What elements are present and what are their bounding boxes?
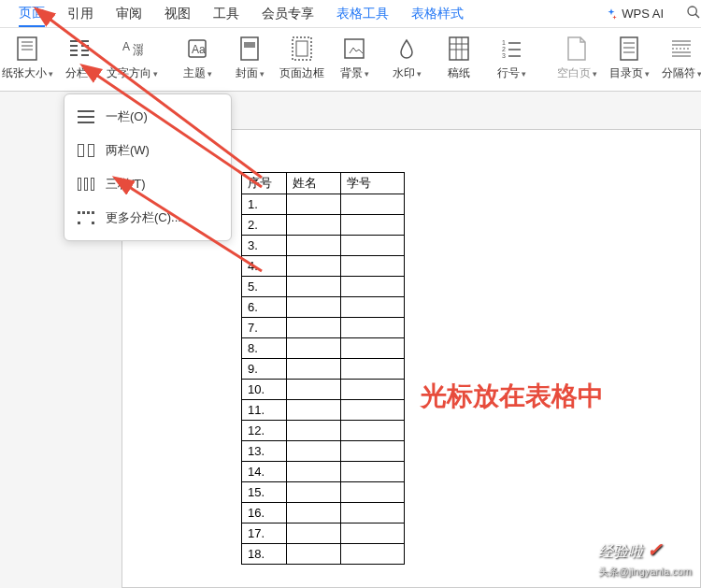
background-button[interactable]: 背景: [335, 34, 374, 81]
table-row[interactable]: 1.: [242, 194, 405, 215]
svg-rect-18: [241, 37, 258, 60]
table-row[interactable]: 3.: [242, 236, 405, 256]
tab-view[interactable]: 视图: [165, 2, 191, 26]
svg-text:A: A: [122, 40, 130, 53]
cover-button[interactable]: 封面: [230, 34, 269, 81]
ribbon-tabs: 页面 引用 审阅 视图 工具 会员专享 表格工具 表格样式 WPS AI: [0, 0, 701, 28]
wps-ai-button[interactable]: WPS AI: [605, 7, 664, 21]
table-row[interactable]: 2.: [242, 215, 405, 236]
columns-icon: [68, 34, 91, 64]
blank-page-button[interactable]: 空白页: [557, 34, 596, 81]
three-column-icon: [78, 178, 94, 191]
watermark-button[interactable]: 水印: [387, 34, 426, 81]
two-column-icon: [78, 144, 94, 157]
svg-point-0: [688, 7, 696, 15]
line-numbers-button[interactable]: 123 行号: [492, 34, 531, 81]
tab-member[interactable]: 会员专享: [262, 2, 314, 26]
table-row[interactable]: 7.: [242, 318, 405, 338]
tab-tools[interactable]: 工具: [213, 2, 239, 26]
tab-page[interactable]: 页面: [19, 1, 45, 27]
manuscript-button[interactable]: 稿纸: [439, 34, 479, 81]
menu-three-column[interactable]: 三栏(T): [64, 167, 231, 201]
svg-rect-21: [296, 41, 308, 56]
svg-rect-23: [450, 37, 468, 60]
toc-page-button[interactable]: 目录页: [609, 34, 649, 81]
col-id: 学号: [341, 173, 405, 194]
page-border-icon: [292, 34, 312, 64]
manuscript-icon: [449, 34, 469, 64]
menu-two-column[interactable]: 两栏(W): [64, 134, 231, 167]
columns-button[interactable]: 分栏: [60, 34, 99, 81]
table-row[interactable]: 5.: [242, 277, 405, 297]
theme-icon: Aa: [186, 34, 208, 64]
more-columns-icon: [78, 211, 94, 224]
table-header-row: 序号 姓名 学号: [242, 173, 405, 194]
cover-icon: [240, 34, 259, 64]
menu-more-columns[interactable]: 更多分栏(C)...: [64, 201, 231, 235]
table-row[interactable]: 8.: [242, 338, 405, 359]
separator-button[interactable]: 分隔符: [662, 34, 701, 81]
table-row[interactable]: 11.: [242, 400, 405, 421]
blank-page-icon: [567, 34, 586, 64]
table-row[interactable]: 14.: [242, 462, 405, 482]
table-row[interactable]: 9.: [242, 359, 405, 380]
table-row[interactable]: 13.: [242, 441, 405, 462]
one-column-icon: [78, 110, 94, 123]
separator-icon: [670, 34, 693, 64]
tab-table-style[interactable]: 表格样式: [411, 2, 464, 26]
theme-button[interactable]: Aa 主题: [178, 34, 217, 81]
table-row[interactable]: 10.: [242, 380, 405, 400]
paper-size-button[interactable]: 纸张大小: [7, 34, 47, 81]
data-table[interactable]: 序号 姓名 学号 1.2.3.4.5.6.7.8.9.10.11.12.13.1…: [241, 172, 405, 565]
annotation-text: 光标放在表格中: [421, 379, 604, 414]
svg-text:1: 1: [502, 39, 506, 46]
watermark-icon: [396, 34, 417, 64]
tab-review[interactable]: 审阅: [116, 2, 142, 26]
line-numbers-icon: 123: [501, 34, 522, 64]
table-row[interactable]: 12.: [242, 421, 405, 441]
svg-text:Aa: Aa: [192, 43, 206, 56]
ai-sparkle-icon: [605, 7, 618, 21]
menu-one-column[interactable]: 一栏(O): [64, 100, 231, 134]
tab-table-tools[interactable]: 表格工具: [336, 2, 389, 26]
svg-rect-2: [18, 37, 36, 60]
svg-rect-34: [621, 37, 637, 60]
svg-rect-19: [244, 42, 255, 48]
text-direction-button[interactable]: A灝 文字方向: [112, 34, 151, 81]
col-name: 姓名: [287, 173, 341, 194]
svg-line-1: [695, 14, 699, 18]
col-seq: 序号: [242, 173, 287, 194]
table-row[interactable]: 6.: [242, 297, 405, 318]
table-row[interactable]: 18.: [242, 544, 405, 565]
svg-text:灝: 灝: [133, 42, 143, 57]
svg-text:3: 3: [502, 52, 506, 59]
svg-text:2: 2: [502, 46, 506, 52]
text-direction-icon: A灝: [121, 34, 143, 64]
table-row[interactable]: 15.: [242, 482, 405, 503]
toc-page-icon: [620, 34, 638, 64]
background-icon: [344, 34, 365, 64]
table-row[interactable]: 17.: [242, 523, 405, 544]
tab-reference[interactable]: 引用: [67, 2, 93, 26]
table-row[interactable]: 4.: [242, 256, 405, 277]
paper-size-icon: [17, 34, 37, 64]
watermark-logo: 经验啦 ✓ 头条@jingyanla.com: [598, 538, 692, 579]
table-row[interactable]: 16.: [242, 503, 405, 523]
page-border-button[interactable]: 页面边框: [282, 34, 322, 81]
ribbon-toolbar: 纸张大小 分栏 A灝 文字方向 Aa 主题 封面 页面边框 背景 水印 稿纸 1…: [0, 28, 701, 92]
columns-dropdown-menu: 一栏(O) 两栏(W) 三栏(T) 更多分栏(C)...: [64, 93, 232, 241]
search-icon[interactable]: [686, 5, 701, 22]
